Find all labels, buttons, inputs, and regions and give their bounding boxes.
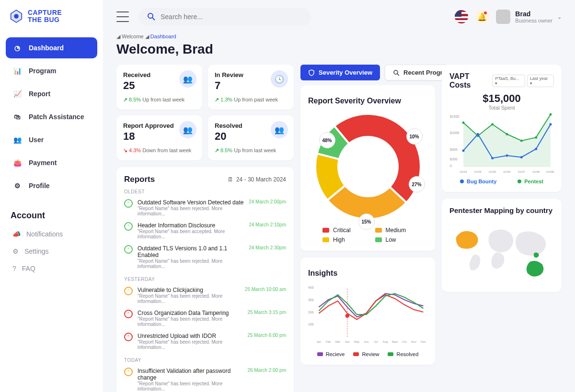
donut-value-badge: 15% xyxy=(358,213,375,230)
avatar xyxy=(496,10,510,24)
severity-dot-icon: ⌃ xyxy=(124,368,133,376)
svg-text:0: 0 xyxy=(450,164,452,168)
severity-dot-icon: ⌃ xyxy=(124,222,133,231)
calendar-icon: 🗓 xyxy=(228,176,233,183)
severity-card: Report Severity Overview 48%10%27%15% Cr… xyxy=(300,85,435,251)
report-group-label: OLDEST xyxy=(124,189,286,194)
notifications-bell-icon[interactable]: 🔔 xyxy=(475,10,489,24)
sidebar-item-dashboard[interactable]: ◔Dashboard xyxy=(6,37,97,58)
severity-dot-icon: ⌃ xyxy=(124,333,133,341)
legend-item: Pentest xyxy=(518,179,543,184)
legend-item: Low xyxy=(375,236,414,243)
svg-text:$1000: $1000 xyxy=(450,131,460,134)
zoom-icon xyxy=(393,69,400,76)
chevron-down-icon: ⌄ xyxy=(557,14,562,20)
map-title: Pentester Mapping by country xyxy=(449,206,554,214)
topbar: 🔔 Brad Business owner ⌄ xyxy=(107,0,571,34)
svg-text:$500: $500 xyxy=(450,148,458,151)
svg-text:Apr: Apr xyxy=(345,340,349,343)
svg-point-38 xyxy=(520,156,523,158)
report-row[interactable]: ⌃Vulnerable to Clickjacking"Report Name"… xyxy=(124,284,286,307)
svg-text:01/088: 01/088 xyxy=(546,170,554,173)
svg-point-27 xyxy=(462,122,465,124)
severity-dot-icon: ⌃ xyxy=(124,199,133,208)
logo[interactable]: CAPTURETHE BUG xyxy=(6,9,97,24)
svg-point-0 xyxy=(14,14,19,19)
sidebar-item-program[interactable]: 📊Program xyxy=(6,60,97,81)
sidebar-item-payment[interactable]: 👛Payment xyxy=(6,152,97,173)
user-role: Business owner xyxy=(515,18,552,23)
tab-severity-overview[interactable]: Severity Overview xyxy=(300,65,380,80)
donut-value-badge: 10% xyxy=(406,128,423,145)
sidebar-item-patch-assistance[interactable]: 🛍Patch Assistance xyxy=(6,106,97,127)
pie-icon: ◔ xyxy=(12,43,22,53)
locale-flag-icon[interactable] xyxy=(455,10,468,23)
svg-text:01/03: 01/03 xyxy=(460,170,467,173)
sidebar-item-user[interactable]: 👥User xyxy=(6,129,97,150)
svg-point-9 xyxy=(345,314,350,318)
search-box[interactable] xyxy=(138,8,311,26)
svg-text:May: May xyxy=(354,340,359,343)
account-heading: Account xyxy=(6,211,97,225)
stat-card-report-approved: 👥Report Approved18↘ 4.3% Down from last … xyxy=(116,115,202,160)
svg-text:400: 400 xyxy=(308,286,314,289)
svg-text:Nov: Nov xyxy=(411,340,416,343)
world-map xyxy=(449,217,554,284)
report-group-label: TODAY xyxy=(124,358,286,363)
logo-icon xyxy=(9,9,24,24)
svg-point-2 xyxy=(394,70,398,74)
svg-text:Oct: Oct xyxy=(402,340,407,343)
vapt-chart: 0$200$500$1000$150001/0301/0401/0501/060… xyxy=(449,112,554,175)
page-title: Welcome, Brad xyxy=(116,42,562,57)
report-row[interactable]: ⌃Cross Organization Data Tampering"Repor… xyxy=(124,307,286,330)
account-item-notifications[interactable]: 📣Notifications xyxy=(6,225,97,243)
breadcrumb-link[interactable]: Dashboard xyxy=(150,34,176,39)
svg-text:Des: Des xyxy=(421,340,426,343)
account-item-faq[interactable]: ?FAQ xyxy=(6,260,97,277)
legend-item: Bug Bounty xyxy=(460,179,496,184)
severity-dot-icon: ⌃ xyxy=(124,287,133,295)
svg-text:$200: $200 xyxy=(450,157,458,161)
stats-grid: 👥Received25↗ 8.5% Up from last week🕓In R… xyxy=(116,65,294,160)
stat-card-resolved: 👥Resolved20↗ 8.5% Up from last week xyxy=(208,115,294,160)
sidebar-item-profile[interactable]: ⚙Profile xyxy=(6,175,97,196)
search-icon xyxy=(147,12,156,21)
vapt-filter-period[interactable]: Last year ▾ xyxy=(527,75,554,87)
svg-text:01/04: 01/04 xyxy=(474,170,482,173)
svg-point-3 xyxy=(337,136,399,197)
svg-text:01/08: 01/08 xyxy=(532,170,540,173)
search-input[interactable] xyxy=(161,13,302,21)
logo-text: CAPTURETHE BUG xyxy=(28,9,62,23)
svg-text:Mar: Mar xyxy=(335,340,340,343)
legend-item: Critical xyxy=(322,227,361,234)
stat-icon: 👥 xyxy=(179,70,196,88)
map-card: Pentester Mapping by country xyxy=(442,199,562,292)
report-row[interactable]: ⌃Header Information Disclosure"Report Na… xyxy=(124,219,286,242)
insights-legend: RecieveReviewResolved xyxy=(308,351,427,357)
stat-card-in-review: 🕓In Review7↗ 1.3% Up from past week xyxy=(208,65,294,110)
hamburger-icon[interactable] xyxy=(116,11,129,22)
report-row[interactable]: ⌃Insufficient Validation after password … xyxy=(124,365,286,392)
report-row[interactable]: ⌃Outdated TLS Versions 1.0 and 1.1 Enabl… xyxy=(124,242,286,272)
vapt-filter-program[interactable]: PTaaS, Bu... ▾ xyxy=(492,75,525,87)
svg-text:Aug: Aug xyxy=(383,340,388,343)
legend-item: Review xyxy=(353,351,379,357)
svg-point-30 xyxy=(506,133,508,135)
account-item-settings[interactable]: ⚙Settings xyxy=(6,243,97,260)
svg-point-35 xyxy=(477,133,479,135)
sidebar-item-report[interactable]: 📈Report xyxy=(6,83,97,104)
report-row[interactable]: ⌃Outdated Software Version Detected date… xyxy=(124,196,286,219)
report-group-label: YESTERDAY xyxy=(124,277,286,282)
reports-date-range[interactable]: 🗓 24 - 30 March 2024 xyxy=(228,176,286,183)
users-icon: 👥 xyxy=(12,135,22,145)
svg-text:$1500: $1500 xyxy=(450,115,460,118)
report-row[interactable]: ⌃Unrestricted Upload with IDOR"Report Na… xyxy=(124,330,286,353)
svg-text:Sept: Sept xyxy=(392,340,398,343)
user-name: Brad xyxy=(515,10,552,18)
svg-text:01/06: 01/06 xyxy=(503,170,511,173)
legend-item: High xyxy=(322,236,361,243)
stat-icon: 👥 xyxy=(179,121,196,138)
gear-icon: ⚙ xyxy=(12,181,22,190)
user-menu[interactable]: Brad Business owner ⌄ xyxy=(496,10,562,24)
svg-text:01/05: 01/05 xyxy=(489,170,496,173)
